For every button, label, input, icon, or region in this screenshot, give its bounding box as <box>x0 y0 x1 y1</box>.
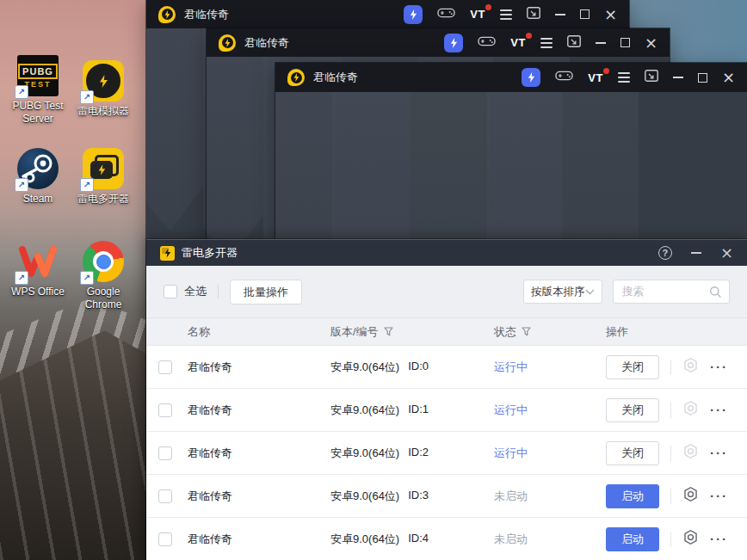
instance-name: 君临传奇 <box>188 489 330 504</box>
vt-indicator[interactable]: VT <box>470 8 485 21</box>
vt-alert-dot <box>526 33 532 39</box>
vt-indicator[interactable]: VT <box>588 71 603 84</box>
gamepad-icon[interactable] <box>555 70 573 85</box>
select-all-checkbox[interactable] <box>164 285 177 298</box>
row-checkbox[interactable] <box>158 446 172 460</box>
window-title: 君临传奇 <box>184 7 229 22</box>
more-icon[interactable]: ··· <box>710 363 728 372</box>
boost-icon[interactable] <box>444 34 463 52</box>
steam-icon: ↗ <box>17 148 59 189</box>
row-checkbox[interactable] <box>158 403 172 417</box>
row-checkbox[interactable] <box>158 489 172 503</box>
instance-status: 运行中 <box>494 360 606 375</box>
table-header: 名称 版本/编号 状态 操作 <box>146 318 747 346</box>
instance-table: 君临传奇 安卓9.0(64位)ID:0 运行中 关闭 ··· 君临传奇 安卓9.… <box>146 346 747 560</box>
multi-manager-window: 雷电多开器 ? × 全选 批量操作 按版本排序 <box>146 239 747 560</box>
desktop-icon-ldplayer[interactable]: ↗ 雷电模拟器 <box>71 60 136 118</box>
instance-status: 运行中 <box>494 403 606 418</box>
maximize-icon[interactable] <box>698 73 707 83</box>
more-icon[interactable]: ··· <box>710 535 728 544</box>
ld-multiplayer-icon: ↗ <box>83 148 124 189</box>
menu-icon[interactable] <box>500 9 512 20</box>
start-button[interactable]: 启动 <box>606 527 659 551</box>
header-actions: 操作 <box>606 324 747 340</box>
desktop-icon-pubg-test-server[interactable]: PUBG TEST ↗ PUBG Test Server <box>5 55 71 126</box>
search-icon <box>709 286 722 298</box>
more-icon[interactable]: ··· <box>710 406 728 415</box>
instance-name: 君临传奇 <box>188 446 330 461</box>
close-icon[interactable]: × <box>720 247 733 259</box>
chrome-icon: ↗ <box>83 241 124 282</box>
instance-version: 安卓9.0(64位)ID:3 <box>330 489 494 504</box>
settings-icon[interactable] <box>682 443 699 463</box>
desktop-icon-label: 雷电模拟器 <box>71 105 136 118</box>
menu-icon[interactable] <box>618 72 630 83</box>
minimize-icon[interactable] <box>673 77 683 78</box>
minimize-icon[interactable] <box>555 14 565 15</box>
close-icon[interactable]: × <box>645 37 657 49</box>
vt-indicator[interactable]: VT <box>510 36 526 49</box>
more-icon[interactable]: ··· <box>710 492 728 501</box>
toolbar-divider <box>218 285 219 298</box>
boost-icon[interactable] <box>404 5 423 24</box>
desktop-icon-google-chrome[interactable]: ↗ Google Chrome <box>71 241 136 311</box>
instance-status: 未启动 <box>494 532 606 547</box>
desktop-icon-label: Google Chrome <box>71 286 136 311</box>
desktop-icon-steam[interactable]: ↗ Steam <box>5 148 71 206</box>
vt-alert-dot <box>603 68 609 74</box>
sort-dropdown[interactable]: 按版本排序 <box>523 280 602 304</box>
settings-icon[interactable] <box>682 529 699 549</box>
emulator-titlebar[interactable]: 君临传奇 VT × <box>275 63 747 92</box>
filter-icon[interactable] <box>384 327 393 336</box>
emulator-titlebar[interactable]: 君临传奇 VT × <box>207 28 670 57</box>
table-row: 君临传奇 安卓9.0(64位)ID:3 未启动 启动 ··· <box>146 475 747 518</box>
boost-icon[interactable] <box>522 68 540 87</box>
small-window-icon[interactable] <box>645 70 658 85</box>
shortcut-arrow-icon: ↗ <box>80 90 94 104</box>
emulator-titlebar[interactable]: 君临传奇 VT × <box>146 0 629 28</box>
manager-titlebar[interactable]: 雷电多开器 ? × <box>146 240 747 266</box>
table-row: 君临传奇 安卓9.0(64位)ID:0 运行中 关闭 ··· <box>146 346 747 389</box>
maximize-icon[interactable] <box>620 38 630 47</box>
desktop-icon-label: PUBG Test Server <box>5 100 71 126</box>
desktop-icon-wps-office[interactable]: ↗ WPS Office <box>5 241 71 298</box>
small-window-icon[interactable] <box>527 7 540 22</box>
desktop-icon-label: 雷电多开器 <box>71 193 136 206</box>
close-icon[interactable]: × <box>604 9 617 21</box>
stop-button[interactable]: 关闭 <box>606 355 659 379</box>
filter-icon[interactable] <box>522 327 531 336</box>
screen: PUBG TEST ↗ PUBG Test Server ↗ 雷电模拟器 ↗ S… <box>0 0 747 560</box>
search-input[interactable] <box>620 285 709 298</box>
gamepad-icon[interactable] <box>478 35 496 51</box>
settings-icon[interactable] <box>682 400 699 420</box>
ldplayer-logo-icon <box>219 34 236 52</box>
settings-icon[interactable] <box>682 486 699 506</box>
menu-icon[interactable] <box>540 38 553 48</box>
row-checkbox[interactable] <box>158 532 172 546</box>
vt-alert-dot <box>485 4 491 10</box>
minimize-icon[interactable] <box>596 42 606 44</box>
select-all-label: 全选 <box>184 284 207 299</box>
more-icon[interactable]: ··· <box>710 449 728 458</box>
stop-button[interactable]: 关闭 <box>606 398 659 422</box>
search-box[interactable] <box>613 280 730 304</box>
header-name: 名称 <box>188 324 330 340</box>
row-checkbox[interactable] <box>158 360 172 374</box>
settings-icon[interactable] <box>682 357 699 377</box>
maximize-icon[interactable] <box>580 9 590 19</box>
ldplayer-logo-icon <box>287 69 305 86</box>
minimize-icon[interactable] <box>691 252 701 254</box>
shortcut-arrow-icon: ↗ <box>15 271 28 285</box>
close-icon[interactable]: × <box>722 71 735 83</box>
desktop-icon-ld-multiplayer[interactable]: ↗ 雷电多开器 <box>71 148 136 206</box>
start-button[interactable]: 启动 <box>606 484 659 508</box>
table-row: 君临传奇 安卓9.0(64位)ID:4 未启动 启动 ··· <box>146 518 747 560</box>
small-window-icon[interactable] <box>567 35 581 51</box>
help-icon[interactable]: ? <box>658 246 672 260</box>
batch-operations-button[interactable]: 批量操作 <box>230 280 302 305</box>
instance-status: 未启动 <box>494 489 606 504</box>
gamepad-icon[interactable] <box>437 7 455 22</box>
shortcut-arrow-icon: ↗ <box>80 271 94 285</box>
stop-button[interactable]: 关闭 <box>606 441 659 465</box>
shortcut-arrow-icon: ↗ <box>80 178 94 192</box>
